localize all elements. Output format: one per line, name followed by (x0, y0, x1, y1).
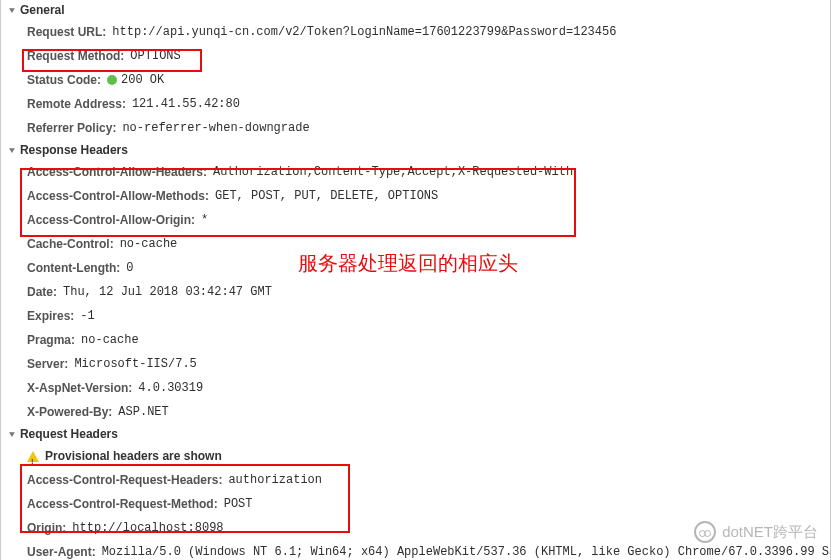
annotation-text: 服务器处理返回的相应头 (298, 250, 518, 277)
request-header-row: Access-Control-Request-Headers:authoriza… (1, 468, 830, 492)
header-value: Thu, 12 Jul 2018 03:42:47 GMT (63, 282, 272, 302)
header-value: Microsoft-IIS/7.5 (74, 354, 196, 374)
header-value: ASP.NET (118, 402, 168, 422)
header-label: Content-Length: (27, 258, 120, 278)
row-request-url: Request URL: http://api.yunqi-cn.com/v2/… (1, 20, 830, 44)
header-label: Access-Control-Allow-Methods: (27, 186, 209, 206)
header-value: authorization (228, 470, 322, 490)
value-request-url: http://api.yunqi-cn.com/v2/Token?LoginNa… (112, 22, 616, 42)
label-referrer-policy: Referrer Policy: (27, 118, 116, 138)
label-request-method: Request Method: (27, 46, 124, 66)
section-title: General (20, 3, 65, 17)
status-code-text: 200 OK (121, 73, 164, 87)
header-value: * (201, 210, 208, 230)
header-value: GET, POST, PUT, DELETE, OPTIONS (215, 186, 438, 206)
label-status-code: Status Code: (27, 70, 101, 90)
section-title: Response Headers (20, 143, 128, 157)
response-header-row: Access-Control-Allow-Origin:* (1, 208, 830, 232)
header-label: Pragma: (27, 330, 75, 350)
headers-panel: ▼ General Request URL: http://api.yunqi-… (0, 0, 831, 560)
warning-icon (27, 451, 39, 462)
response-header-row: Date:Thu, 12 Jul 2018 03:42:47 GMT (1, 280, 830, 304)
response-header-row: Expires:-1 (1, 304, 830, 328)
value-status-code: 200 OK (107, 70, 164, 90)
header-value: 4.0.30319 (138, 378, 203, 398)
request-header-row: Access-Control-Request-Method:POST (1, 492, 830, 516)
provisional-text: Provisional headers are shown (45, 446, 222, 466)
header-value: Authorization,Content-Type,Accept,X-Requ… (213, 162, 573, 182)
header-label: Access-Control-Allow-Origin: (27, 210, 195, 230)
header-label: Origin: (27, 518, 66, 538)
triangle-down-icon: ▼ (7, 429, 17, 438)
header-value: 0 (126, 258, 133, 278)
header-label: Access-Control-Request-Method: (27, 494, 218, 514)
header-label: Expires: (27, 306, 74, 326)
header-label: Cache-Control: (27, 234, 114, 254)
label-request-url: Request URL: (27, 22, 106, 42)
response-header-row: X-Powered-By:ASP.NET (1, 400, 830, 424)
response-header-row: Server:Microsoft-IIS/7.5 (1, 352, 830, 376)
section-title: Request Headers (20, 427, 118, 441)
status-dot-icon (107, 75, 117, 85)
row-referrer-policy: Referrer Policy: no-referrer-when-downgr… (1, 116, 830, 140)
header-label: Access-Control-Allow-Headers: (27, 162, 207, 182)
header-value: Mozilla/5.0 (Windows NT 6.1; Win64; x64)… (102, 542, 830, 560)
section-general[interactable]: ▼ General (1, 0, 830, 20)
value-referrer-policy: no-referrer-when-downgrade (122, 118, 309, 138)
section-request-headers[interactable]: ▼ Request Headers (1, 424, 830, 444)
wechat-icon (694, 521, 716, 543)
response-header-row: Access-Control-Allow-Methods:GET, POST, … (1, 184, 830, 208)
header-value: no-cache (120, 234, 178, 254)
header-label: Date: (27, 282, 57, 302)
header-label: User-Agent: (27, 542, 96, 560)
value-request-method: OPTIONS (130, 46, 180, 66)
value-remote-address: 121.41.55.42:80 (132, 94, 240, 114)
row-provisional: Provisional headers are shown (1, 444, 830, 468)
row-request-method: Request Method: OPTIONS (1, 44, 830, 68)
watermark: dotNET跨平台 (694, 521, 818, 543)
row-remote-address: Remote Address: 121.41.55.42:80 (1, 92, 830, 116)
header-value: POST (224, 494, 253, 514)
response-header-row: Pragma:no-cache (1, 328, 830, 352)
response-header-row: Access-Control-Allow-Headers:Authorizati… (1, 160, 830, 184)
label-remote-address: Remote Address: (27, 94, 126, 114)
row-status-code: Status Code: 200 OK (1, 68, 830, 92)
header-label: Access-Control-Request-Headers: (27, 470, 222, 490)
header-value: no-cache (81, 330, 139, 350)
header-value: -1 (80, 306, 94, 326)
triangle-down-icon: ▼ (7, 145, 17, 154)
watermark-text: dotNET跨平台 (722, 523, 818, 542)
request-header-row: User-Agent:Mozilla/5.0 (Windows NT 6.1; … (1, 540, 830, 560)
response-header-row: X-AspNet-Version:4.0.30319 (1, 376, 830, 400)
header-label: X-Powered-By: (27, 402, 112, 422)
header-value: http://localhost:8098 (72, 518, 223, 538)
triangle-down-icon: ▼ (7, 5, 17, 14)
header-label: Server: (27, 354, 68, 374)
section-response-headers[interactable]: ▼ Response Headers (1, 140, 830, 160)
header-label: X-AspNet-Version: (27, 378, 132, 398)
